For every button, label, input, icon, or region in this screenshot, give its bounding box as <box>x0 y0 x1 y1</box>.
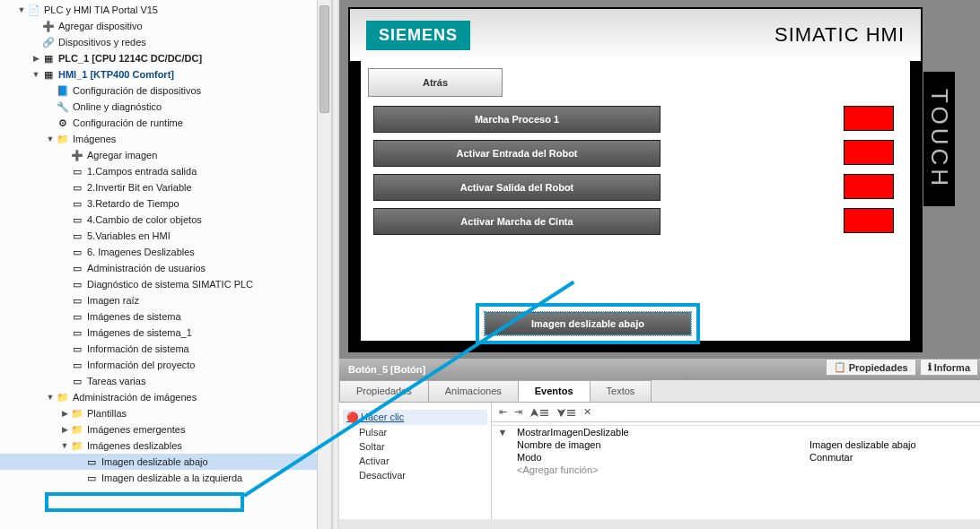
tab-events[interactable]: Eventos <box>518 380 591 402</box>
tree-item[interactable]: ▭Diagnóstico de sistema SIMATIC PLC <box>0 276 331 292</box>
info-icon: ℹ <box>928 361 932 373</box>
robot-out-button[interactable]: Activar Salida del Robot <box>373 174 661 201</box>
expand-icon[interactable]: ▶ <box>31 54 41 63</box>
indicator-lamp <box>844 140 894 165</box>
hmi-device-frame: SIEMENS SIMATIC HMI TOUCH Atrás Marcha P… <box>348 7 923 352</box>
table-row[interactable]: Nombre de imagen Imagen deslizable abajo <box>492 438 980 451</box>
project-icon: 📄 <box>27 4 41 16</box>
simatic-title: SIMATIC HMI <box>774 23 905 47</box>
screen-icon: ▭ <box>70 310 84 323</box>
tree-item[interactable]: ▶📁Plantillas <box>0 405 331 421</box>
expand-icon[interactable]: ▼ <box>492 427 513 438</box>
tree-item[interactable]: ⚙Configuración de runtime <box>0 115 331 131</box>
param-value[interactable]: Conmutar <box>809 452 980 463</box>
tree-item[interactable]: ▭3.Retardo de Tiempo <box>0 195 331 212</box>
indicator-lamp <box>844 208 894 233</box>
indicator-lamp <box>844 106 894 131</box>
table-row[interactable]: ▼ MostrarImagenDeslizable <box>492 426 980 438</box>
add-device-icon: ➕ <box>41 20 56 32</box>
slide-screen-icon: ▭ <box>84 455 99 468</box>
event-press[interactable]: Pulsar <box>343 425 487 439</box>
expand-icon[interactable]: ▼ <box>16 5 27 14</box>
runtime-icon: ⚙ <box>56 117 70 129</box>
tree-item[interactable]: 🔗Dispositivos y redes <box>0 34 331 50</box>
screen-icon: ▭ <box>70 246 84 258</box>
event-release[interactable]: Soltar <box>343 439 487 454</box>
tree-item[interactable]: ▭Información de sistema <box>0 341 331 357</box>
back-button[interactable]: Atrás <box>368 68 503 97</box>
screen-icon: ▭ <box>70 262 84 274</box>
expand-icon[interactable]: ▶ <box>59 409 70 418</box>
tree-item[interactable]: ➕Agregar imagen <box>0 147 331 163</box>
tree-item[interactable]: ▭Imagen raíz <box>0 292 331 308</box>
move-down-icon[interactable]: ⮟☰ <box>556 407 576 418</box>
tree-item[interactable]: ▭Administración de usuarios <box>0 260 331 276</box>
screen-icon: ▭ <box>70 197 84 210</box>
delete-icon[interactable]: ✕ <box>583 406 591 418</box>
event-deactivate[interactable]: Desactivar <box>343 468 487 482</box>
screen-icon: ▭ <box>70 181 84 194</box>
belt-button[interactable]: Activar Marcha de Cinta <box>373 208 661 235</box>
tree-item[interactable]: ▭2.Invertir Bit en Variable <box>0 179 331 195</box>
tree-item[interactable]: ▶▦PLC_1 [CPU 1214C DC/DC/DC] <box>0 50 331 66</box>
hmi-icon: ▦ <box>41 68 56 81</box>
event-activate[interactable]: Activar <box>343 454 487 468</box>
properties-panel-tab[interactable]: 📋Propiedades <box>826 359 916 376</box>
robot-in-button[interactable]: Activar Entrada del Robot <box>373 140 661 167</box>
add-image-icon: ➕ <box>70 149 84 161</box>
folder-icon: 📁 <box>56 133 70 145</box>
indent-left-icon[interactable]: ⇤ <box>499 406 507 418</box>
scrollbar-thumb[interactable] <box>319 5 329 113</box>
expand-icon[interactable]: ▼ <box>45 393 56 402</box>
tree-item[interactable]: 📘Configuración de dispositivos <box>0 82 331 99</box>
slide-image-button[interactable]: Imagen deslizable abajo <box>485 312 691 335</box>
tab-texts[interactable]: Textos <box>590 380 652 402</box>
tab-animations[interactable]: Animaciones <box>428 380 519 402</box>
folder-icon: 📁 <box>56 391 70 403</box>
selected-object-title: Botón_5 [Botón] <box>348 364 425 375</box>
screen-icon: ▭ <box>70 278 84 291</box>
function-name: MostrarImagenDeslizable <box>513 427 809 438</box>
move-up-icon[interactable]: ⮝☰ <box>529 407 549 418</box>
project-tree-panel: ▼📄PLC y HMI TIA Portal V15 ➕Agregar disp… <box>0 0 332 529</box>
screen-icon: ▭ <box>70 213 84 226</box>
hmi-screen[interactable]: Atrás Marcha Proceso 1 Activar Entrada d… <box>361 61 910 341</box>
touch-label: TOUCH <box>923 72 955 206</box>
tree-item[interactable]: ▭Imágenes de sistema <box>0 308 331 325</box>
process-button[interactable]: Marcha Proceso 1 <box>373 106 661 133</box>
splitter[interactable] <box>332 0 339 529</box>
indicator-lamp <box>844 174 894 199</box>
tree-item[interactable]: ➕Agregar dispositivo <box>0 18 331 34</box>
table-row[interactable]: <Agregar función> <box>492 464 980 476</box>
indent-right-icon[interactable]: ⇥ <box>514 406 522 418</box>
tree-root[interactable]: ▼📄PLC y HMI TIA Portal V15 <box>0 2 331 18</box>
add-function-placeholder[interactable]: <Agregar función> <box>513 464 809 475</box>
tree-item[interactable]: ▼📁Imágenes <box>0 131 331 147</box>
expand-icon[interactable]: ▼ <box>45 134 56 143</box>
tree-item[interactable]: ▭4.Cambio de color objetos <box>0 212 331 228</box>
expand-icon[interactable]: ▼ <box>59 441 70 450</box>
tree-item[interactable]: ▼📁Imágenes deslizables <box>0 438 331 454</box>
tree-item[interactable]: ▭1.Campos entrada salida <box>0 163 331 179</box>
tree-item[interactable]: ▶📁Imágenes emergentes <box>0 421 331 438</box>
tree-item[interactable]: ▭6. Imagenes Deslizables <box>0 244 331 260</box>
screen-icon: ▭ <box>70 343 84 355</box>
expand-icon[interactable]: ▶ <box>59 425 70 434</box>
param-value[interactable]: Imagen deslizable abajo <box>809 439 980 450</box>
tree-item[interactable]: ▭Información del proyecto <box>0 357 331 373</box>
tree-item[interactable]: ▭Imágenes de sistema_1 <box>0 325 331 341</box>
tree-item[interactable]: ▭5.Variables en HMI <box>0 228 331 244</box>
expand-icon[interactable]: ▼ <box>31 70 41 79</box>
tree-item[interactable]: ▼📁Administración de imágenes <box>0 389 331 405</box>
tree-item[interactable]: ▼▦HMI_1 [KTP400 Comfort] <box>0 66 331 82</box>
tree-item-selected[interactable]: ▭Imagen deslizable abajo <box>0 454 331 470</box>
info-panel-tab[interactable]: ℹInforma <box>920 359 978 376</box>
inspector-tabs: Propiedades Animaciones Eventos Textos <box>339 380 980 403</box>
tree-item[interactable]: 🔧Online y diagnóstico <box>0 99 331 115</box>
table-row[interactable]: Modo Conmutar <box>492 451 980 464</box>
tree-scrollbar[interactable] <box>317 0 331 529</box>
config-icon: 📘 <box>56 84 70 97</box>
tree-item[interactable]: ▭Tareas varias <box>0 373 331 389</box>
folder-icon: 📁 <box>70 439 84 452</box>
properties-icon: 📋 <box>834 361 846 373</box>
